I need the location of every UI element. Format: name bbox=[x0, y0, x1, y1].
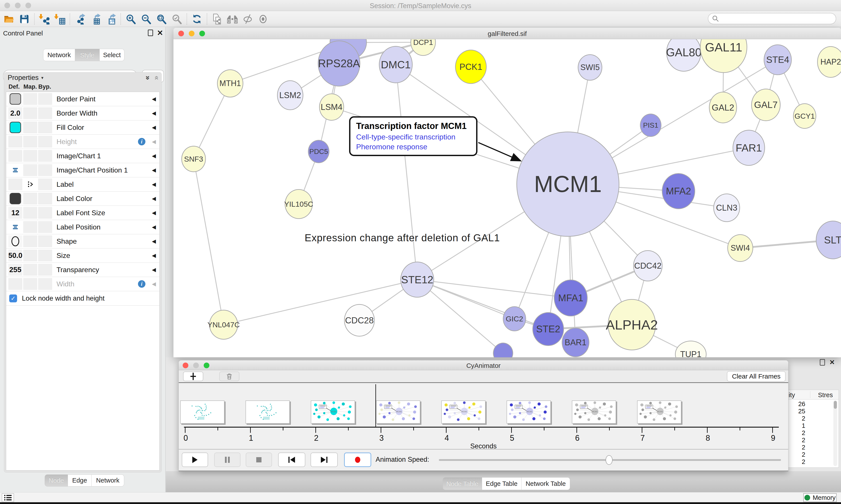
export-table-button[interactable] bbox=[89, 13, 102, 25]
network-edge[interactable] bbox=[223, 280, 417, 325]
def-cell[interactable] bbox=[8, 235, 22, 247]
slider-thumb[interactable] bbox=[606, 455, 612, 465]
network-node-mth1[interactable]: MTH1 bbox=[217, 69, 243, 97]
expand-row-icon[interactable]: ◀ bbox=[152, 267, 156, 273]
network-node-dmc1[interactable]: DMC1 bbox=[379, 46, 413, 83]
byp-cell[interactable] bbox=[38, 235, 52, 247]
def-cell[interactable] bbox=[8, 136, 22, 147]
import-network-button[interactable] bbox=[38, 13, 51, 25]
column-header-stress[interactable]: Stres bbox=[818, 392, 833, 399]
search-field[interactable] bbox=[708, 13, 836, 24]
go-to-start-button[interactable] bbox=[278, 453, 305, 467]
byp-cell[interactable] bbox=[38, 221, 52, 233]
map-cell[interactable] bbox=[23, 250, 37, 262]
save-session-button[interactable] bbox=[18, 13, 31, 25]
property-row-label-font-size[interactable]: 12Label Font Size◀ bbox=[6, 206, 159, 220]
map-cell[interactable] bbox=[23, 150, 37, 162]
map-cell[interactable] bbox=[23, 107, 37, 119]
stop-button[interactable] bbox=[246, 453, 272, 467]
search-input[interactable] bbox=[721, 15, 826, 22]
canvas-caption[interactable]: Expression change after deletion of GAL1 bbox=[305, 232, 500, 244]
network-node-pdc5[interactable]: PDC5 bbox=[308, 140, 329, 163]
network-node-mcm1[interactable]: MCM1 bbox=[516, 131, 619, 237]
table-row[interactable]: 2 bbox=[787, 429, 839, 436]
network-node-swi4[interactable]: SWI4 bbox=[727, 234, 753, 262]
zoom-in-button[interactable] bbox=[124, 13, 137, 25]
expand-row-icon[interactable]: ◀ bbox=[152, 281, 156, 287]
network-node-gcy1[interactable]: GCY1 bbox=[793, 103, 816, 129]
network-node-snf3[interactable]: SNF3 bbox=[181, 146, 206, 172]
network-node-swi5[interactable]: SWI5 bbox=[578, 54, 602, 80]
annotation-link-2[interactable]: Pheromone response bbox=[356, 143, 470, 151]
property-row-size[interactable]: 50.0Size◀ bbox=[6, 249, 159, 263]
def-cell[interactable] bbox=[8, 164, 22, 176]
table-row[interactable]: 26 bbox=[787, 400, 839, 408]
table-row[interactable]: 25 bbox=[787, 408, 839, 415]
annotation-box[interactable]: Transcription factor MCM1 Cell-type-spec… bbox=[349, 116, 478, 156]
tab-edge-table[interactable]: Edge Table bbox=[482, 477, 521, 490]
info-icon[interactable]: i bbox=[138, 280, 145, 288]
expand-all-icon[interactable]: » bbox=[144, 76, 153, 80]
close-table-panel-icon[interactable]: ✕ bbox=[829, 359, 835, 366]
property-row-border-width[interactable]: 2.0Border Width◀ bbox=[6, 106, 159, 121]
expand-row-icon[interactable]: ◀ bbox=[152, 96, 156, 102]
table-row[interactable]: 2 bbox=[787, 436, 839, 444]
byp-cell[interactable] bbox=[38, 164, 52, 176]
zoom-selected-button[interactable] bbox=[171, 13, 183, 25]
byp-cell[interactable] bbox=[38, 93, 52, 105]
animation-speed-slider[interactable] bbox=[439, 459, 781, 461]
tab-network[interactable]: Network bbox=[43, 49, 75, 61]
def-cell[interactable] bbox=[8, 221, 22, 233]
cyanimator-titlebar[interactable]: CyAnimator bbox=[179, 360, 788, 370]
property-row-width[interactable]: Widthi◀ bbox=[6, 277, 159, 291]
network-node-far1[interactable]: FAR1 bbox=[733, 130, 765, 166]
network-window-titlebar[interactable]: galFiltered.sif bbox=[174, 28, 841, 39]
network-edge[interactable] bbox=[396, 65, 417, 280]
open-session-button[interactable] bbox=[3, 13, 15, 25]
byp-cell[interactable] bbox=[38, 250, 52, 262]
property-row-border-paint[interactable]: Border Paint◀ bbox=[6, 92, 159, 106]
network-node-ynl047c[interactable]: YNL047C bbox=[209, 310, 238, 340]
table-row[interactable]: 2 bbox=[787, 444, 839, 451]
network-node-gal7[interactable]: GAL7 bbox=[751, 89, 781, 121]
tab-style[interactable]: Style bbox=[75, 49, 100, 61]
network-node-cdc42[interactable]: CDC42 bbox=[633, 250, 662, 281]
property-row-label-color[interactable]: Label Color◀ bbox=[6, 192, 159, 206]
find-network-button[interactable] bbox=[226, 13, 239, 25]
def-cell[interactable] bbox=[8, 93, 22, 105]
map-cell[interactable] bbox=[23, 235, 37, 247]
color-swatch[interactable] bbox=[10, 122, 21, 133]
expand-row-icon[interactable]: ◀ bbox=[152, 196, 156, 202]
expand-row-icon[interactable]: ◀ bbox=[152, 167, 156, 173]
property-row-height[interactable]: Heighti◀ bbox=[6, 134, 159, 149]
annotation-link-1[interactable]: Cell-type-specific transcription bbox=[356, 133, 470, 141]
memory-button[interactable]: Memory bbox=[803, 493, 837, 502]
expand-row-icon[interactable]: ◀ bbox=[152, 181, 156, 187]
timeline-frame-0[interactable] bbox=[180, 400, 225, 424]
property-row-shape[interactable]: Shape◀ bbox=[6, 234, 159, 249]
network-node-rps28a[interactable]: RPS28A bbox=[318, 40, 360, 87]
timeline-frame-7[interactable]: MCM1 bbox=[637, 400, 681, 424]
byp-cell[interactable] bbox=[38, 178, 52, 190]
network-node-mfa2[interactable]: MFA2 bbox=[662, 173, 695, 209]
map-cell[interactable] bbox=[23, 264, 37, 276]
pause-button[interactable] bbox=[214, 453, 240, 467]
network-node-cdc28[interactable]: CDC28 bbox=[344, 304, 375, 337]
expand-row-icon[interactable]: ◀ bbox=[152, 110, 156, 116]
network-node-ste12[interactable]: STE12 bbox=[400, 262, 434, 298]
play-button[interactable] bbox=[182, 453, 208, 467]
network-node-gal2[interactable]: GAL2 bbox=[709, 92, 737, 123]
close-panel-icon[interactable]: ✕ bbox=[157, 30, 163, 36]
network-node-ste4[interactable]: STE4 bbox=[764, 44, 792, 75]
hide-selected-button[interactable] bbox=[241, 13, 254, 25]
map-cell[interactable] bbox=[23, 164, 37, 176]
copy-network-button[interactable] bbox=[211, 13, 223, 25]
tab-node-table[interactable]: Node Table bbox=[443, 477, 482, 490]
byp-cell[interactable] bbox=[38, 136, 52, 147]
def-cell[interactable]: 12 bbox=[8, 207, 22, 219]
timeline-frame-5[interactable]: MCM1 bbox=[506, 400, 551, 424]
def-cell[interactable] bbox=[8, 178, 22, 190]
network-node-ste2[interactable]: STE2 bbox=[532, 312, 564, 346]
def-cell[interactable]: 50.0 bbox=[8, 250, 22, 262]
def-cell[interactable]: 2.0 bbox=[8, 107, 22, 119]
